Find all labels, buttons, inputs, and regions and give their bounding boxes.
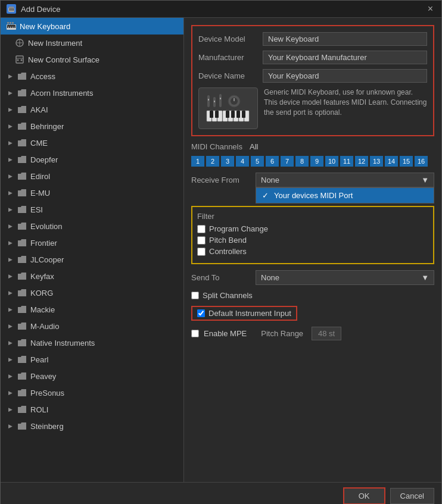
dialog-icon <box>7 4 16 14</box>
manufacturer-input[interactable] <box>263 51 427 64</box>
cancel-button[interactable]: Cancel <box>390 488 434 504</box>
filter-box: Filter Program Change Pitch Bend Control… <box>191 206 434 264</box>
list-item-esi[interactable]: ▶ ESI <box>1 201 183 218</box>
mackie-label: Mackie <box>30 305 55 314</box>
ch-btn-11[interactable]: 11 <box>340 156 353 167</box>
svg-rect-47 <box>231 111 235 118</box>
list-item-jlcooper[interactable]: ▶ JLCooper <box>1 251 183 268</box>
list-item-doepfer[interactable]: ▶ Doepfer <box>1 151 183 168</box>
ok-button[interactable]: OK <box>343 487 385 504</box>
ch-btn-4[interactable]: 4 <box>236 156 249 167</box>
manufacturer-label: Manufacturer <box>198 53 258 62</box>
arrow-icon: ▶ <box>7 239 14 246</box>
ch-btn-2[interactable]: 2 <box>206 156 219 167</box>
list-item-presonus[interactable]: ▶ PreSonus <box>1 384 183 401</box>
edirol-label: Edirol <box>30 172 50 181</box>
dropdown-option-midi-port[interactable]: ✓ Your devices MIDI Port <box>256 188 434 203</box>
split-channels-checkbox[interactable] <box>191 292 199 299</box>
ch-btn-10[interactable]: 10 <box>325 156 338 167</box>
arrow-icon: ▶ <box>7 323 14 330</box>
filter-pitch-bend-checkbox[interactable] <box>197 236 206 245</box>
list-item-steinberg[interactable]: ▶ Steinberg <box>1 418 183 434</box>
ch-btn-5[interactable]: 5 <box>251 156 264 167</box>
list-item-roli[interactable]: ▶ ROLI <box>1 401 183 418</box>
svg-rect-4 <box>13 8 14 11</box>
m-audio-label: M-Audio <box>30 322 59 331</box>
enable-mpe-row: Enable MPE Pitch Range <box>191 327 434 340</box>
ch-btn-12[interactable]: 12 <box>355 156 368 167</box>
list-item-native-instruments[interactable]: ▶ Native Instruments <box>1 334 183 351</box>
list-item-access[interactable]: ▶ Access <box>1 68 183 84</box>
list-item-behringer[interactable]: ▶ Behringer <box>1 118 183 134</box>
list-item-pearl[interactable]: ▶ Pearl <box>1 351 183 368</box>
send-to-label: Send To <box>191 273 251 282</box>
behringer-label: Behringer <box>30 122 64 131</box>
roli-label: ROLI <box>30 405 48 414</box>
ch-btn-1[interactable]: 1 <box>191 156 204 167</box>
list-item-evolution[interactable]: ▶ Evolution <box>1 218 183 234</box>
ch-btn-6[interactable]: 6 <box>266 156 279 167</box>
list-item-peavey[interactable]: ▶ Peavey <box>1 368 183 384</box>
filter-label: Filter <box>197 212 214 221</box>
midi-all-label: All <box>250 142 258 151</box>
ch-btn-15[interactable]: 15 <box>400 156 413 167</box>
list-item-frontier[interactable]: ▶ Frontier <box>1 234 183 251</box>
list-item-akai[interactable]: ▶ AKAI <box>1 101 183 118</box>
evolution-label: Evolution <box>30 222 62 231</box>
folder-icon <box>17 138 27 148</box>
receive-from-value: None <box>261 176 279 184</box>
pitch-range-input[interactable] <box>312 327 341 340</box>
folder-icon <box>17 288 27 298</box>
svg-rect-1 <box>10 8 10 11</box>
filter-program-change-checkbox[interactable] <box>197 225 206 233</box>
list-item-m-audio[interactable]: ▶ M-Audio <box>1 318 183 334</box>
svg-rect-2 <box>11 8 11 11</box>
ch-btn-16[interactable]: 16 <box>415 156 428 167</box>
akai-label: AKAI <box>30 105 48 114</box>
send-to-value: None <box>261 273 279 282</box>
dropdown-popup-container: ✓ Your devices MIDI Port <box>191 187 434 204</box>
send-to-dropdown[interactable]: None ▼ <box>256 270 434 285</box>
list-item-mackie[interactable]: ▶ Mackie <box>1 301 183 318</box>
list-item-new-instrument[interactable]: New Instrument <box>1 35 183 51</box>
ch-btn-9[interactable]: 9 <box>310 156 323 167</box>
default-instrument-checkbox[interactable] <box>197 309 205 317</box>
ch-btn-8[interactable]: 8 <box>295 156 309 167</box>
esi-label: ESI <box>30 205 43 214</box>
svg-point-25 <box>21 60 23 61</box>
pitch-range-label: Pitch Range <box>261 329 303 338</box>
list-item-emu[interactable]: ▶ E-MU <box>1 184 183 201</box>
cme-label: CME <box>30 139 48 148</box>
default-instrument-label: Default Instrument Input <box>208 309 291 318</box>
list-item-korg[interactable]: ▶ KORG <box>1 284 183 301</box>
list-item-new-control-surface[interactable]: New Control Surface <box>1 51 183 68</box>
arrow-icon: ▶ <box>7 422 14 430</box>
arrow-icon: ▶ <box>7 306 14 313</box>
receive-from-dropdown[interactable]: None ▼ <box>256 173 434 187</box>
ch-btn-3[interactable]: 3 <box>221 156 234 167</box>
keyboard-icon <box>7 21 16 31</box>
list-item-keyfax[interactable]: ▶ Keyfax <box>1 268 183 284</box>
korg-label: KORG <box>30 289 53 298</box>
device-name-input[interactable] <box>263 69 427 83</box>
device-preview-row: Generic MIDI Keyboard, use for unknown g… <box>198 87 427 129</box>
list-item-new-keyboard[interactable]: New Keyboard <box>1 18 183 35</box>
filter-controllers-row: Controllers <box>197 247 428 256</box>
arrow-icon: ▶ <box>7 206 14 213</box>
arrow-icon: ▶ <box>7 406 14 413</box>
close-button[interactable]: × <box>425 4 435 14</box>
dialog-title: Add Device <box>21 5 421 14</box>
filter-controllers-label: Controllers <box>209 247 247 256</box>
enable-mpe-checkbox[interactable] <box>191 330 199 337</box>
list-item-acorn-instruments[interactable]: ▶ Acorn Instruments <box>1 84 183 101</box>
split-channels-label: Split Channels <box>203 291 253 300</box>
list-item-edirol[interactable]: ▶ Edirol <box>1 168 183 184</box>
arrow-icon: ▶ <box>7 139 14 146</box>
list-item-cme[interactable]: ▶ CME <box>1 134 183 151</box>
filter-controllers-checkbox[interactable] <box>197 248 206 256</box>
ch-btn-13[interactable]: 13 <box>370 156 383 167</box>
ch-btn-14[interactable]: 14 <box>385 156 398 167</box>
new-keyboard-label: New Keyboard <box>20 22 70 31</box>
ch-btn-7[interactable]: 7 <box>281 156 294 167</box>
default-instrument-box: Default Instrument Input <box>191 306 297 321</box>
